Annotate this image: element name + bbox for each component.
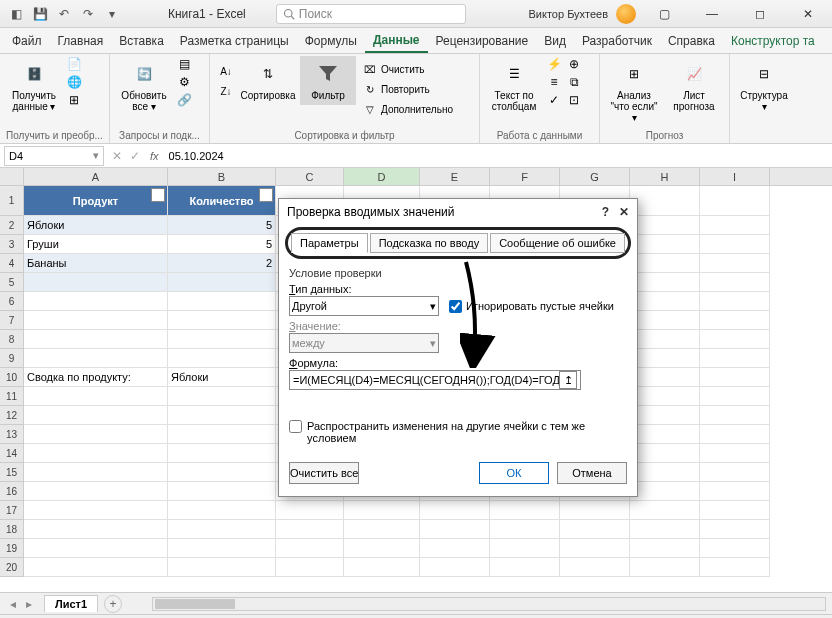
cell[interactable] (700, 254, 770, 273)
col-header[interactable]: H (630, 168, 700, 185)
row-header[interactable]: 13 (0, 425, 24, 444)
cancel-button[interactable]: Отмена (557, 462, 627, 484)
cell[interactable] (24, 520, 168, 539)
cell[interactable] (700, 482, 770, 501)
row-header[interactable]: 6 (0, 292, 24, 311)
cell[interactable] (630, 406, 700, 425)
row-header[interactable]: 7 (0, 311, 24, 330)
cell[interactable] (630, 463, 700, 482)
tab-home[interactable]: Главная (50, 30, 112, 52)
sort-desc-button[interactable]: Z↓ (216, 82, 236, 100)
cell[interactable] (168, 349, 276, 368)
dialog-help-button[interactable]: ? (602, 205, 609, 219)
dialog-tab-settings[interactable]: Параметры (291, 233, 368, 253)
from-text-icon[interactable]: 📄 (66, 56, 82, 72)
cell[interactable] (490, 520, 560, 539)
tab-insert[interactable]: Вставка (111, 30, 172, 52)
cell[interactable] (168, 330, 276, 349)
cell[interactable] (344, 501, 420, 520)
dialog-tab-error-alert[interactable]: Сообщение об ошибке (490, 233, 625, 253)
cell[interactable] (630, 254, 700, 273)
sheet-nav-next-icon[interactable]: ▸ (22, 597, 36, 611)
cell[interactable] (168, 425, 276, 444)
ribbon-options-icon[interactable]: ▢ (644, 0, 684, 28)
cell[interactable] (168, 444, 276, 463)
cell[interactable] (700, 311, 770, 330)
tab-formulas[interactable]: Формулы (297, 30, 365, 52)
col-header[interactable]: D (344, 168, 420, 185)
cell[interactable] (490, 501, 560, 520)
name-box[interactable]: D4 ▾ (4, 146, 104, 166)
col-header[interactable]: C (276, 168, 344, 185)
tab-view[interactable]: Вид (536, 30, 574, 52)
cell[interactable] (24, 558, 168, 577)
outline-button[interactable]: ⊟ Структура ▾ (736, 56, 792, 116)
cell[interactable] (700, 558, 770, 577)
cell[interactable]: Количество▾ (168, 186, 276, 216)
tab-table-design[interactable]: Конструктор та (723, 30, 823, 52)
row-header[interactable]: 8 (0, 330, 24, 349)
row-header[interactable]: 16 (0, 482, 24, 501)
consolidate-icon[interactable]: ⊕ (566, 56, 582, 72)
cell[interactable] (24, 273, 168, 292)
cell[interactable] (700, 273, 770, 292)
cell[interactable]: Яблоки (168, 368, 276, 387)
cell[interactable] (24, 501, 168, 520)
row-header[interactable]: 3 (0, 235, 24, 254)
cell[interactable] (630, 482, 700, 501)
cancel-formula-icon[interactable]: ✕ (108, 149, 126, 163)
properties-icon[interactable]: ⚙ (176, 74, 192, 90)
cell[interactable]: Продукт▾ (24, 186, 168, 216)
cell[interactable]: 2 (168, 254, 276, 273)
cell[interactable] (630, 368, 700, 387)
filter-button[interactable]: Фильтр (300, 56, 356, 105)
cell[interactable] (420, 520, 490, 539)
cell[interactable] (276, 539, 344, 558)
row-header[interactable]: 18 (0, 520, 24, 539)
reapply-button[interactable]: ↻Повторить (360, 80, 455, 98)
cell[interactable] (168, 558, 276, 577)
filter-dropdown-icon[interactable]: ▾ (259, 188, 273, 202)
cell[interactable] (490, 558, 560, 577)
flash-fill-icon[interactable]: ⚡ (546, 56, 562, 72)
text-to-columns-button[interactable]: ☰ Текст по столбцам (486, 56, 542, 116)
cell[interactable] (700, 235, 770, 254)
refresh-all-button[interactable]: 🔄 Обновить все ▾ (116, 56, 172, 116)
cell[interactable] (168, 292, 276, 311)
sort-asc-button[interactable]: A↓ (216, 62, 236, 80)
data-validation-icon[interactable]: ✓ (546, 92, 562, 108)
row-header[interactable]: 10 (0, 368, 24, 387)
cell[interactable] (700, 330, 770, 349)
cell[interactable] (344, 520, 420, 539)
cell[interactable] (560, 501, 630, 520)
tab-developer[interactable]: Разработчик (574, 30, 660, 52)
cell[interactable] (700, 501, 770, 520)
cell[interactable]: Сводка по продукту: (24, 368, 168, 387)
cell[interactable] (168, 406, 276, 425)
row-header[interactable]: 12 (0, 406, 24, 425)
data-model-icon[interactable]: ⊡ (566, 92, 582, 108)
cell[interactable] (630, 292, 700, 311)
cell[interactable] (344, 558, 420, 577)
cell[interactable] (700, 425, 770, 444)
cell[interactable] (168, 387, 276, 406)
cell[interactable] (630, 311, 700, 330)
cell[interactable] (168, 463, 276, 482)
col-header[interactable]: E (420, 168, 490, 185)
row-header[interactable]: 20 (0, 558, 24, 577)
relationships-icon[interactable]: ⧉ (566, 74, 582, 90)
col-header[interactable]: I (700, 168, 770, 185)
row-header[interactable]: 11 (0, 387, 24, 406)
cell[interactable] (630, 349, 700, 368)
autosave-icon[interactable]: ◧ (6, 4, 26, 24)
clear-filter-button[interactable]: ⌧Очистить (360, 60, 455, 78)
col-header[interactable]: A (24, 168, 168, 185)
cell[interactable] (420, 558, 490, 577)
tab-help[interactable]: Справка (660, 30, 723, 52)
cell[interactable] (700, 186, 770, 216)
dialog-close-button[interactable]: ✕ (619, 205, 629, 219)
cell[interactable] (630, 425, 700, 444)
cell[interactable] (630, 501, 700, 520)
row-header[interactable]: 15 (0, 463, 24, 482)
cell[interactable] (168, 501, 276, 520)
